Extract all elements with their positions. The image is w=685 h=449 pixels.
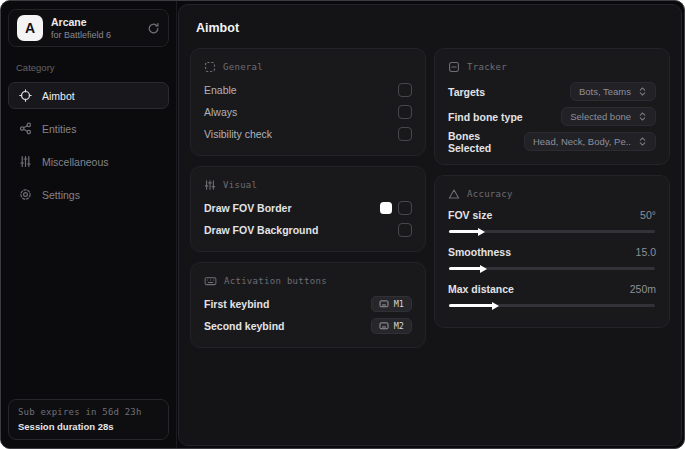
refresh-icon[interactable]	[147, 22, 160, 35]
draw-fov-border-checkbox[interactable]	[398, 201, 412, 215]
setting-row-max-distance: Max distance 250m	[448, 280, 656, 307]
card-title: General	[223, 62, 263, 72]
sidebar-item-settings[interactable]: Settings	[8, 181, 169, 208]
card-title: Tracker	[467, 62, 507, 72]
session-duration-text: Session duration 28s	[18, 421, 159, 432]
setting-row-always: Always	[204, 101, 412, 123]
sidebar-item-label: Settings	[42, 189, 80, 201]
targets-select[interactable]: Bots, Teams	[570, 82, 656, 101]
smoothness-slider[interactable]	[449, 267, 655, 270]
visibility-check-checkbox[interactable]	[398, 127, 412, 141]
setting-row-visibility-check: Visibility check	[204, 123, 412, 145]
sidebar-item-label: Miscellaneous	[42, 156, 109, 168]
crosshair-icon	[19, 89, 32, 102]
chevron-up-down-icon	[638, 86, 647, 97]
bones-selected-select[interactable]: Head, Neck, Body, Pe..	[524, 132, 656, 151]
visual-icon	[204, 179, 216, 191]
sidebar: A Arcane for Battlefield 6 Category Aimb…	[1, 1, 177, 448]
draw-fov-background-checkbox[interactable]	[398, 223, 412, 237]
app-logo: A	[17, 15, 43, 41]
accuracy-card: Accuracy FOV size 50°	[434, 175, 670, 328]
sidebar-item-label: Aimbot	[42, 90, 75, 102]
sliders-icon	[19, 155, 32, 168]
setting-row-smoothness: Smoothness 15.0	[448, 243, 656, 270]
keyboard-icon	[204, 275, 217, 287]
setting-row-targets: Targets Bots, Teams	[448, 79, 656, 104]
setting-row-fov-size: FOV size 50°	[448, 206, 656, 233]
enable-checkbox[interactable]	[398, 83, 412, 97]
chevron-up-down-icon	[638, 111, 647, 122]
tracker-card: Tracker Targets Bots, Teams	[434, 48, 670, 165]
sidebar-item-aimbot[interactable]: Aimbot	[8, 82, 169, 109]
general-icon	[204, 61, 216, 73]
fov-size-value: 50°	[640, 209, 656, 221]
setting-row-first-keybind: First keybind M1	[204, 293, 412, 315]
card-title: Accuracy	[467, 189, 513, 199]
sub-expires-text: Sub expires in 56d 23h	[18, 407, 159, 417]
gear-icon	[19, 188, 32, 201]
setting-row-draw-fov-border: Draw FOV Border	[204, 197, 412, 219]
general-card: General Enable Always Visibility check	[190, 48, 426, 156]
sidebar-item-miscellaneous[interactable]: Miscellaneous	[8, 148, 169, 175]
always-checkbox[interactable]	[398, 105, 412, 119]
key-icon	[379, 300, 389, 308]
sidebar-header: A Arcane for Battlefield 6	[8, 9, 169, 47]
setting-row-draw-fov-background: Draw FOV Background	[204, 219, 412, 241]
chevron-up-down-icon	[638, 136, 647, 147]
subscription-info: Sub expires in 56d 23h Session duration …	[8, 399, 169, 440]
first-keybind-button[interactable]: M1	[371, 296, 412, 312]
slider-thumb[interactable]	[480, 265, 487, 273]
sidebar-item-label: Entities	[42, 123, 76, 135]
slider-thumb[interactable]	[492, 302, 499, 310]
setting-row-second-keybind: Second keybind M2	[204, 315, 412, 337]
setting-row-find-bone-type: Find bone type Selected bone	[448, 104, 656, 129]
app-name: Arcane	[51, 16, 111, 28]
visual-card: Visual Draw FOV Border Draw FOV Backgrou…	[190, 166, 426, 252]
sidebar-item-entities[interactable]: Entities	[8, 115, 169, 142]
app-subtitle: for Battlefield 6	[51, 30, 111, 40]
main-panel: Aimbot General	[178, 4, 682, 446]
card-title: Activation buttons	[224, 276, 327, 286]
triangle-icon	[448, 188, 460, 200]
fov-size-slider[interactable]	[449, 230, 655, 233]
main-area: Aimbot General	[177, 1, 684, 448]
activation-buttons-card: Activation buttons First keybind M1	[190, 262, 426, 348]
fov-border-color-swatch[interactable]	[380, 202, 392, 214]
slider-thumb[interactable]	[478, 228, 485, 236]
app-window: A Arcane for Battlefield 6 Category Aimb…	[0, 0, 685, 449]
smoothness-value: 15.0	[636, 246, 656, 258]
setting-row-enable: Enable	[204, 79, 412, 101]
page-title: Aimbot	[196, 21, 664, 35]
category-label: Category	[16, 62, 169, 73]
max-distance-value: 250m	[630, 283, 656, 295]
key-icon	[379, 322, 389, 330]
entities-icon	[19, 122, 32, 135]
find-bone-type-select[interactable]: Selected bone	[561, 107, 656, 126]
card-title: Visual	[223, 180, 257, 190]
second-keybind-button[interactable]: M2	[371, 318, 412, 334]
max-distance-slider[interactable]	[449, 304, 655, 307]
setting-row-bones-selected: Bones Selected Head, Neck, Body, Pe..	[448, 129, 656, 154]
tracker-icon	[448, 61, 460, 73]
